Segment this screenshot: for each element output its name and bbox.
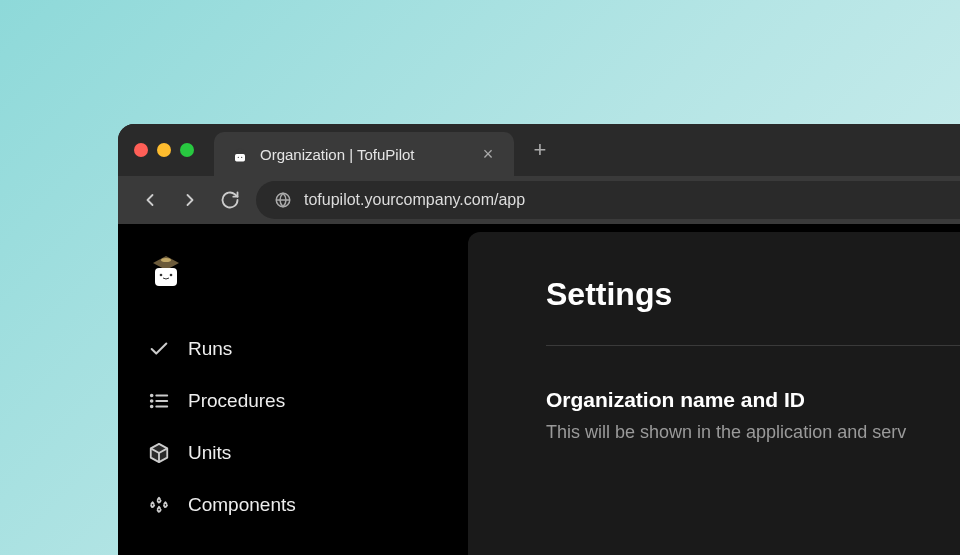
svg-rect-0: [235, 154, 245, 162]
sidebar-item-label: Procedures: [188, 390, 285, 412]
window-controls: [134, 143, 194, 157]
address-bar[interactable]: tofupilot.yourcompany.com/app: [256, 181, 960, 219]
tab-title: Organization | TofuPilot: [260, 146, 468, 163]
sidebar-nav: Runs Procedures: [148, 330, 468, 524]
page-title: Settings: [546, 276, 960, 313]
svg-point-2: [241, 157, 242, 158]
svg-point-8: [151, 395, 153, 397]
url-text: tofupilot.yourcompany.com/app: [304, 191, 525, 209]
back-button[interactable]: [136, 186, 164, 214]
browser-window: Organization | TofuPilot × +: [118, 124, 960, 555]
svg-point-1: [238, 157, 239, 158]
sidebar-item-components[interactable]: Components: [148, 486, 468, 524]
app-logo[interactable]: [148, 252, 184, 288]
svg-point-4: [161, 258, 171, 262]
check-icon: [148, 338, 170, 360]
sidebar-item-runs[interactable]: Runs: [148, 330, 468, 368]
browser-tab-strip: Organization | TofuPilot × +: [118, 124, 960, 176]
svg-point-10: [151, 400, 153, 402]
main-content: Settings Organization name and ID This w…: [468, 232, 960, 555]
cube-icon: [148, 442, 170, 464]
browser-tab[interactable]: Organization | TofuPilot ×: [214, 132, 514, 176]
svg-point-6: [160, 274, 163, 277]
svg-point-7: [170, 274, 173, 277]
sidebar: Runs Procedures: [118, 224, 468, 555]
new-tab-button[interactable]: +: [528, 137, 552, 163]
sidebar-item-label: Components: [188, 494, 296, 516]
components-icon: [148, 494, 170, 516]
sidebar-item-units[interactable]: Units: [148, 434, 468, 472]
reload-button[interactable]: [216, 186, 244, 214]
section-description: This will be shown in the application an…: [546, 422, 960, 443]
minimize-window-button[interactable]: [157, 143, 171, 157]
svg-rect-5: [155, 268, 177, 286]
sidebar-item-procedures[interactable]: Procedures: [148, 382, 468, 420]
sidebar-item-label: Units: [188, 442, 231, 464]
maximize-window-button[interactable]: [180, 143, 194, 157]
svg-point-12: [151, 406, 153, 408]
sidebar-item-label: Runs: [188, 338, 232, 360]
browser-toolbar: tofupilot.yourcompany.com/app: [118, 176, 960, 224]
list-icon: [148, 390, 170, 412]
close-window-button[interactable]: [134, 143, 148, 157]
site-info-icon[interactable]: [274, 191, 292, 209]
section-heading: Organization name and ID: [546, 388, 960, 412]
close-tab-button[interactable]: ×: [478, 144, 498, 165]
app-content: Runs Procedures: [118, 224, 960, 555]
divider: [546, 345, 960, 346]
tab-favicon-icon: [230, 144, 250, 164]
forward-button[interactable]: [176, 186, 204, 214]
